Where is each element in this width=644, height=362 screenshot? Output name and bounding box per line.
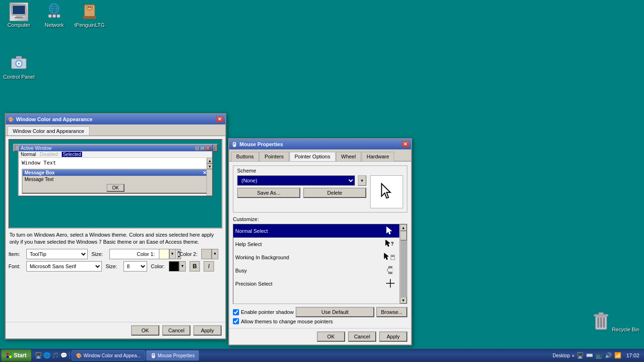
desktop-icon-computer[interactable]: Computer [2,2,35,28]
customize-label: Customize: [233,216,407,222]
font-select[interactable]: Microsoft Sans Serif [26,261,102,272]
recycle-bin-label: Recycle Bin [612,327,639,332]
mouse-apply-button[interactable]: Apply [379,331,407,342]
tab-pointers[interactable]: Pointers [259,152,289,161]
wca-tab-main[interactable]: Window Color and Appearance [8,126,90,135]
wca-titlebar[interactable]: 🎨 Window Color and Appearance ✕ [6,114,225,124]
enable-shadow-checkbox[interactable] [233,309,239,315]
recycle-bin[interactable]: Recycle Bin [592,311,639,332]
save-as-button[interactable]: Save As... [237,188,300,198]
taskbar-item-wca[interactable]: 🎨 Window Color and Appea... [72,350,145,361]
mouse-footer: OK Cancel Apply [229,328,411,345]
pointer-item-working[interactable]: Working In Background [233,251,399,264]
size-spinner: ▲ ▼ [109,249,133,259]
wca-apply-button[interactable]: Apply [193,325,222,336]
allow-themes-label: Allow themes to change mouse pointers [241,319,333,324]
tray-expand[interactable]: « [572,353,575,358]
mouse-titlebar[interactable]: 🖱️ Mouse Properties ✕ [229,139,411,149]
svg-point-43 [7,353,9,355]
item-select[interactable]: ToolTip [26,249,88,259]
desktop-icon-network[interactable]: Network [38,2,71,28]
mouse-tabs: Buttons Pointers Pointer Options Wheel H… [229,149,411,162]
tray-icon-1[interactable]: 🖥️ [576,352,584,359]
tab-wheel[interactable]: Wheel [336,152,361,161]
size-label: Size: [91,251,106,257]
scheme-preview [370,175,403,208]
mouse-cancel-button[interactable]: Cancel [348,331,376,342]
wca-window-controls: ✕ [216,116,223,123]
color2-swatch [201,249,212,259]
use-default-button[interactable]: Use Default [296,307,374,317]
cpanel-icon [9,54,28,73]
font-size-select[interactable]: 8 [124,261,147,272]
scroll-down[interactable]: ▼ [400,297,407,304]
color2-arrow[interactable]: ▼ [212,249,218,259]
clock: 17:02 [623,353,642,358]
svg-marker-28 [386,240,390,247]
wca-cancel-button[interactable]: Cancel [162,325,190,336]
font-color-picker[interactable]: ▼ [169,261,186,272]
font-color-arrow[interactable]: ▼ [179,261,186,272]
tray-icon-network[interactable]: 📶 [614,352,621,359]
mouse-close-button[interactable]: ✕ [402,141,409,148]
desktop-icon-tpenguin[interactable]: tPenguinLTG [73,2,106,28]
color1-swatch [159,249,169,259]
desktop-icon-cpanel[interactable]: Control Panel [2,54,35,80]
mouse-ok-button[interactable]: OK [317,331,345,342]
svg-rect-40 [603,317,605,328]
preview-active-max: □ [200,147,205,150]
pointer-item-busy[interactable]: Busy [233,264,399,277]
tab-hardware[interactable]: Hardware [362,152,395,161]
pointer-item-normal[interactable]: Normal Select [233,224,399,238]
desktop-label: Desktop [553,353,570,358]
tray-icon-2[interactable]: ⌨️ [586,352,593,359]
tab-buttons[interactable]: Buttons [231,152,259,161]
wca-footer: OK Cancel Apply [6,322,225,338]
mouse-window-controls: ✕ [402,141,409,148]
wca-ok-button[interactable]: OK [131,325,159,336]
delete-button[interactable]: Delete [303,188,366,198]
font-color-label: Color: [151,263,165,269]
svg-rect-1 [13,6,25,14]
ql-show-desktop[interactable]: 🖥️ [34,352,42,359]
color1-picker[interactable]: ▼ [159,249,176,259]
allow-themes-row: Allow themes to change mouse pointers [233,318,407,324]
mouse-title: Mouse Properties [239,141,283,147]
color2-picker[interactable]: ▼ [201,249,218,259]
tray-icon-3[interactable]: 📺 [595,352,603,359]
preview-active-close: ✕ [206,147,210,150]
scroll-up[interactable]: ▲ [400,224,407,231]
italic-button[interactable]: I [204,261,214,272]
network-icon [45,2,64,21]
quicklaunch: 🖥️ 🌐 🎵 💬 [33,352,70,359]
svg-point-10 [52,14,56,18]
bold-button[interactable]: B [190,261,200,272]
pointer-item-precision[interactable]: Precision Select [233,277,399,290]
svg-rect-20 [83,16,96,19]
taskbar-item-mouse[interactable]: 🖱️ Mouse Properties [146,350,199,361]
color1-label: Color 1: [137,251,155,257]
ql-ie[interactable]: 🌐 [43,352,50,359]
svg-rect-38 [597,317,599,328]
svg-point-45 [7,356,9,358]
cursor-preview-svg [380,182,394,201]
scheme-section: Scheme (None) ▼ Save As... Delete [233,165,407,213]
browse-button[interactable]: Browse... [376,307,407,317]
wca-tabs: Window Color and Appearance [6,124,225,136]
preview-active-window: Active Window _ □ ✕ Normal Disabled Sele… [18,144,213,197]
start-label: Start [14,352,26,359]
svg-rect-32 [391,255,394,257]
pointer-item-help[interactable]: Help Select ? [233,238,399,251]
ql-media[interactable]: 🎵 [51,352,59,359]
start-button[interactable]: Start [1,349,32,362]
ql-chat[interactable]: 💬 [60,352,67,359]
tray-icon-volume[interactable]: 🔊 [604,352,612,359]
wca-close-button[interactable]: ✕ [216,116,223,123]
scheme-select[interactable]: (None) [237,175,355,186]
allow-themes-checkbox[interactable] [233,318,239,324]
color1-arrow[interactable]: ▼ [169,249,176,259]
enable-shadow-label: Enable pointer shadow [241,309,294,315]
tab-pointer-options[interactable]: Pointer Options [289,152,336,161]
font-size-label: Size: [106,263,120,269]
scheme-dropdown-btn[interactable]: ▼ [358,175,366,186]
